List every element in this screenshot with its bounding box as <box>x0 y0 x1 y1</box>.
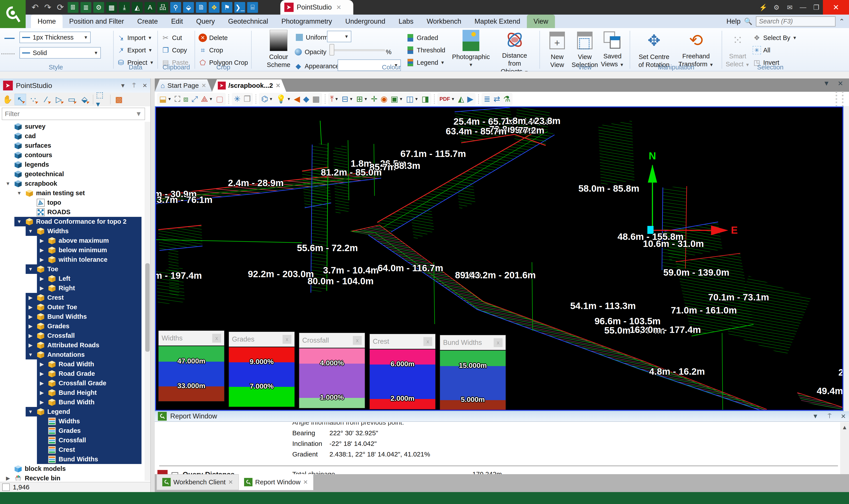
expander-closed-icon[interactable]: ▶ <box>37 238 47 244</box>
tab-list-dropdown-icon[interactable]: ▼ <box>823 79 830 87</box>
viewport-tool-icon[interactable]: ◭ <box>458 95 464 103</box>
tab-close-icon[interactable]: ✕ <box>303 479 308 486</box>
expander-closed-icon[interactable]: ▶ <box>37 380 47 386</box>
tree-item-road-width[interactable]: ▶Road Width <box>0 359 145 369</box>
app-tab-close-icon[interactable]: ✕ <box>336 4 341 11</box>
calculator-icon[interactable]: ▦ <box>106 2 117 13</box>
mail-icon[interactable]: ✉ <box>783 0 796 15</box>
viewport-tool-icon[interactable]: ⊞▼ <box>356 95 368 103</box>
scroll-up-icon[interactable]: ▲ <box>840 424 849 431</box>
tree-item-attributed-roads[interactable]: ▶Attributed Roads <box>0 340 145 350</box>
tree-item-recycle-bin[interactable]: ▶Recycle bin <box>0 473 145 481</box>
marquee-mode-icon[interactable]: ⬚ ▾ <box>96 94 107 105</box>
expander-open-icon[interactable]: ▼ <box>26 228 35 234</box>
viewport-tool-icon[interactable]: ◫▼ <box>406 95 418 103</box>
view-selection-button[interactable]: ViewSelection <box>572 30 598 69</box>
expander-closed-icon[interactable]: ▶ <box>26 323 35 329</box>
page-icon[interactable]: 🗎 <box>196 2 207 13</box>
viewport-tool-icon[interactable]: ⤒▼ <box>330 95 339 103</box>
list-settings-icon[interactable]: ⚙ <box>93 2 104 13</box>
tree-item-bund-width[interactable]: ▶Bund Width <box>0 397 145 407</box>
expander-open-icon[interactable]: ▼ <box>14 219 24 224</box>
expander-closed-icon[interactable]: ▶ <box>37 285 47 291</box>
tree-item-scrapbook[interactable]: ▼scrapbook <box>0 179 145 188</box>
copy-button[interactable]: ❐Copy <box>161 44 187 56</box>
tree-item-crossfall-grade[interactable]: ▶Crossfall Grade <box>0 378 145 388</box>
3d-viewport[interactable]: 25.4m - 65.7m - 140.1m1.8m - 23.8m79.8m9… <box>156 107 843 411</box>
viewport-tool-icon[interactable]: ✳ <box>234 95 240 103</box>
viewport-tool-icon[interactable]: ◉ <box>381 95 387 103</box>
tree-item-grades[interactable]: ▶Grades <box>0 321 145 331</box>
ribbon-tab-photogrammetry[interactable]: Photogrammetry <box>275 15 339 28</box>
text-icon[interactable]: A <box>145 2 156 13</box>
viewport-tool-icon[interactable]: 💡▼ <box>276 95 291 103</box>
filter-flag-icon[interactable]: ⚑ <box>221 2 232 13</box>
report-search-icon[interactable]: 🗏 <box>68 2 78 13</box>
snip-icon[interactable]: ⚡ <box>757 0 770 15</box>
gear-icon[interactable]: ⚙ <box>770 0 783 15</box>
pattern-select-icon[interactable]: ▩ <box>113 94 125 105</box>
opacity-slider-track[interactable] <box>329 49 385 51</box>
report-window-header[interactable]: Report Window ▼ ⍑ ✕ <box>155 411 849 422</box>
tree-item-legends[interactable]: legends <box>0 160 145 169</box>
collapse-ribbon-icon[interactable]: ⌃ <box>839 17 845 25</box>
expander-closed-icon[interactable]: ▶ <box>37 361 47 367</box>
expander-closed-icon[interactable]: ▶ <box>37 390 47 396</box>
report-dropdown-icon[interactable]: ▼ <box>812 413 818 420</box>
freehand-transform-button[interactable]: ⟲ FreehandTransform ▼ <box>676 30 716 69</box>
tree-item-toe[interactable]: ▼Toe <box>0 264 145 274</box>
viewport-tab-start-page[interactable]: ⌂Start Page✕ <box>155 79 212 92</box>
search-input[interactable] <box>756 16 835 26</box>
threshold-button[interactable]: Threshold <box>406 44 445 56</box>
tree-item-block-models[interactable]: block models <box>0 464 145 473</box>
help-button[interactable]: Help <box>726 17 741 25</box>
image-icon[interactable]: ◭ <box>132 2 143 13</box>
viewport-tool-icon[interactable]: ≣ <box>484 95 490 103</box>
tab-close-icon[interactable]: ✕ <box>201 82 206 89</box>
expander-closed-icon[interactable]: ▶ <box>37 371 47 377</box>
legend-card-crossfall[interactable]: Crossfallx4.000%1.000% <box>299 332 365 409</box>
query-expand-box[interactable] <box>171 472 178 474</box>
tree-scrollbar-thumb[interactable] <box>145 263 150 352</box>
bottom-tab-workbench-client[interactable]: Workbench Client✕ <box>157 474 239 490</box>
viewport-tool-icon[interactable]: ⌬▼ <box>261 95 273 103</box>
expander-closed-icon[interactable]: ▶ <box>37 399 47 405</box>
tree-item-crest[interactable]: Crest <box>0 445 145 454</box>
viewport-tool-icon[interactable]: ⛶ <box>175 95 180 103</box>
viewport-tool-icon[interactable]: ◨ <box>422 95 429 103</box>
legend-card-close-icon[interactable]: x <box>494 338 503 347</box>
tree-item-crossfall[interactable]: Crossfall <box>0 435 145 445</box>
viewport-tool-icon[interactable]: ▣▼ <box>391 95 403 103</box>
pin-tool-icon[interactable]: ⚲ <box>170 2 181 13</box>
uniform-colour-select[interactable]: ▼ <box>327 31 351 42</box>
list-icon[interactable]: ≣ <box>80 2 91 13</box>
panel-pin-icon[interactable]: ⍑ <box>132 82 136 89</box>
tree-item-right[interactable]: ▶Right <box>0 283 145 293</box>
tree-item-contours[interactable]: contours <box>0 150 145 160</box>
tree-item-road-conformance-for-topo-2[interactable]: ▼Road Conformance for topo 2 <box>0 217 145 226</box>
viewport-tool-icon[interactable]: ✛ <box>371 95 377 103</box>
tree-item-bund-widths[interactable]: Bund Widths <box>0 454 145 464</box>
ribbon-tab-home[interactable]: Home <box>31 15 62 28</box>
viewport-tool-icon[interactable]: ⤢ <box>192 95 198 103</box>
expander-closed-icon[interactable]: ▶ <box>26 295 35 301</box>
report-close-icon[interactable]: ✕ <box>841 413 846 420</box>
viewport-tool-icon[interactable]: ⇄ <box>493 95 500 103</box>
delete-button[interactable]: ✕Delete <box>199 32 228 44</box>
viewport-tool-icon[interactable]: ⬓▼ <box>159 95 171 103</box>
viewport-tool-icon[interactable]: ⧈ <box>183 95 188 103</box>
ribbon-tab-underground[interactable]: Underground <box>339 15 392 28</box>
legend-card-bund-widths[interactable]: Bund Widthsx15.000m5.000m <box>439 335 506 411</box>
tree-scrollbar[interactable] <box>145 122 150 481</box>
viewport-tab--scrapbook-2[interactable]: /scrapbook...2✕ <box>212 79 286 92</box>
select-by-button[interactable]: ❖Select By▼ <box>753 32 797 44</box>
select-all-button[interactable]: ✳All <box>753 44 770 56</box>
expander-open-icon[interactable]: ▼ <box>26 352 35 358</box>
expander-closed-icon[interactable]: ▶ <box>37 276 47 282</box>
tree-item-survey[interactable]: survey <box>0 122 145 131</box>
viewport-tool-icon[interactable]: ❐ <box>243 95 251 103</box>
expander-closed-icon[interactable]: ▶ <box>26 333 35 339</box>
expander-closed-icon[interactable]: ▶ <box>37 257 47 263</box>
viewport-tool-icon[interactable]: ⊟▼ <box>342 95 353 103</box>
graded-button[interactable]: Graded <box>406 32 438 44</box>
